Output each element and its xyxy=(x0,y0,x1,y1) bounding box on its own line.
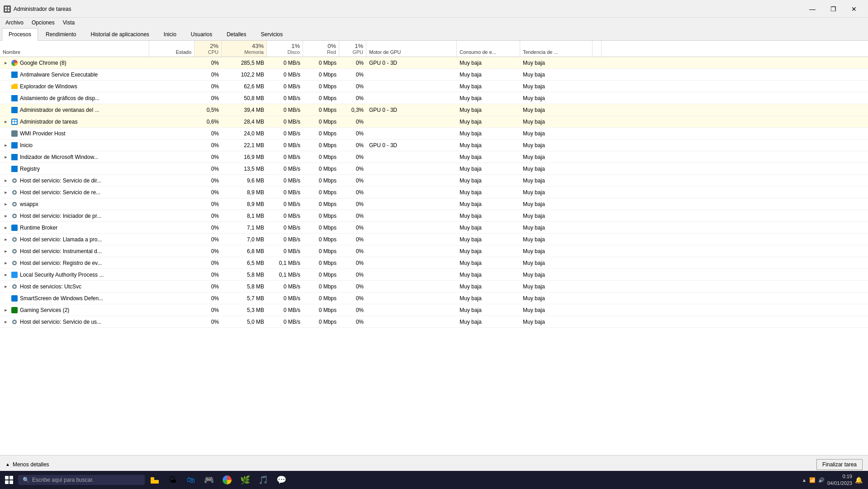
table-row[interactable]: ► Host del servicio: Servicio de dir... … xyxy=(0,175,868,187)
col-cpu[interactable]: 2% CPU xyxy=(194,41,222,57)
expand-arrow[interactable]: ► xyxy=(3,142,9,149)
table-row[interactable]: ► Gaming Services (2) 0% 5,3 MB 0 MB/s 0… xyxy=(0,304,868,316)
process-status xyxy=(149,120,194,123)
taskbar-app-weather[interactable]: 🌤 xyxy=(165,472,181,488)
expand-arrow[interactable]: ► xyxy=(3,201,9,207)
start-button[interactable] xyxy=(2,473,16,487)
process-tendencia: Muy baja xyxy=(520,294,593,303)
tab-inicio[interactable]: Inicio xyxy=(157,28,183,41)
finalizar-tarea-button[interactable]: Finalizar tarea xyxy=(816,459,863,470)
col-net-pct: 0% xyxy=(327,43,336,49)
table-row[interactable]: ► Host del servicio: Servicio de re... 0… xyxy=(0,187,868,198)
expand-arrow[interactable]: ► xyxy=(3,272,9,278)
process-name: wsappx xyxy=(20,201,38,207)
system-tray: ▲ 📶 🔊 0:19 04/01/2023 🔔 xyxy=(802,473,866,487)
process-gpu: 0% xyxy=(339,259,366,268)
expand-arrow[interactable]: ► xyxy=(3,236,9,243)
process-name-cell: WMI Provider Host xyxy=(0,129,149,139)
taskbar-app-chat[interactable]: 💬 xyxy=(273,472,289,488)
taskbar-app-xbox[interactable]: 🎮 xyxy=(201,472,217,488)
tab-servicios[interactable]: Servicios xyxy=(254,28,290,41)
col-consumo[interactable]: Consumo de e... xyxy=(457,41,520,57)
windows-logo-icon xyxy=(5,476,13,484)
col-gpu[interactable]: 1% GPU xyxy=(339,41,366,57)
process-cpu: 0% xyxy=(194,223,222,232)
table-row[interactable]: ► Google Chrome (8) 0% 285,5 MB 0 MB/s 0… xyxy=(0,57,868,69)
col-tendencia[interactable]: Tendencia de ... xyxy=(520,41,593,57)
expand-arrow[interactable]: ► xyxy=(3,177,9,184)
table-row[interactable]: ► Host del servicio: Registro de ev... 0… xyxy=(0,257,868,269)
expand-arrow[interactable]: ► xyxy=(3,283,9,290)
taskbar-search[interactable]: 🔍 Escribe aquí para buscar. xyxy=(18,475,145,485)
svg-point-19 xyxy=(14,285,16,288)
table-row[interactable]: ► Host del servicio: Llamada a pro... 0%… xyxy=(0,234,868,245)
menu-vista[interactable]: Vista xyxy=(59,19,78,27)
taskbar-app-green[interactable]: 🌿 xyxy=(237,472,253,488)
col-name[interactable]: Nombre xyxy=(0,41,149,57)
expand-arrow[interactable]: ► xyxy=(3,319,9,325)
table-row[interactable]: ► Host del servicio: Iniciador de pr... … xyxy=(0,210,868,222)
col-mem[interactable]: 43% Memoria xyxy=(222,41,267,57)
col-gpu-engine[interactable]: Motor de GPU xyxy=(366,41,457,57)
taskbar-app-chrome[interactable] xyxy=(219,472,235,488)
table-row[interactable]: ► Host del servicio: Instrumental d... 0… xyxy=(0,245,868,257)
menu-opciones[interactable]: Opciones xyxy=(28,19,58,27)
process-cpu: 0,5% xyxy=(194,105,222,115)
col-disk[interactable]: 1% Disco xyxy=(267,41,303,57)
tab-rendimiento[interactable]: Rendimiento xyxy=(39,28,83,41)
menos-detalles-button[interactable]: ▲ Menos detalles xyxy=(5,461,49,468)
expand-arrow[interactable]: ► xyxy=(3,119,9,125)
tab-procesos[interactable]: Procesos xyxy=(2,28,38,41)
close-button[interactable]: ✕ xyxy=(844,3,864,15)
expand-arrow[interactable]: ► xyxy=(3,260,9,266)
table-row[interactable]: Explorador de Windows 0% 62,6 MB 0 MB/s … xyxy=(0,81,868,92)
process-gpu-engine xyxy=(366,168,457,170)
expand-arrow[interactable]: ► xyxy=(3,248,9,254)
process-name: Host del servicio: Iniciador de pr... xyxy=(20,213,101,219)
process-gpu: 0% xyxy=(339,176,366,185)
table-row[interactable]: ► Host del servicio: Servicio de us... 0… xyxy=(0,316,868,328)
table-row[interactable]: Antimalware Service Executable 0% 102,2 … xyxy=(0,69,868,81)
expand-arrow[interactable]: ► xyxy=(3,225,9,231)
table-row[interactable]: ► Local Security Authority Process ... 0… xyxy=(0,269,868,281)
table-row[interactable]: ► Inicio 0% 22,1 MB 0 MB/s 0 Mbps 0% GPU… xyxy=(0,139,868,151)
table-row[interactable]: SmartScreen de Windows Defen... 0% 5,7 M… xyxy=(0,292,868,304)
col-status[interactable]: Estado xyxy=(149,41,194,57)
table-row[interactable]: Registry 0% 13,5 MB 0 MB/s 0 Mbps 0% Muy… xyxy=(0,163,868,175)
table-row[interactable]: ► Indizador de Microsoft Window... 0% 16… xyxy=(0,151,868,163)
tab-usuarios[interactable]: Usuarios xyxy=(184,28,219,41)
table-row[interactable]: Administrador de ventanas del ... 0,5% 3… xyxy=(0,104,868,116)
process-name-cell: ► Host de servicios: UtcSvc xyxy=(0,282,149,292)
taskbar-app-explorer[interactable] xyxy=(147,472,163,488)
col-gpu-engine-label: Motor de GPU xyxy=(369,49,401,55)
menu-archivo[interactable]: Archivo xyxy=(2,19,27,27)
maximize-button[interactable]: ❐ xyxy=(823,3,844,15)
table-row[interactable]: ► Host de servicios: UtcSvc 0% 5,8 MB 0 … xyxy=(0,281,868,292)
minimize-button[interactable]: — xyxy=(802,3,823,15)
tab-historial[interactable]: Historial de aplicaciones xyxy=(84,28,156,41)
table-row[interactable]: WMI Provider Host 0% 24,0 MB 0 MB/s 0 Mb… xyxy=(0,128,868,139)
process-spacer xyxy=(593,62,602,64)
process-name-cell: ► Host del servicio: Instrumental d... xyxy=(0,246,149,256)
process-disk: 0 MB/s xyxy=(267,70,303,79)
svg-point-7 xyxy=(14,191,16,193)
expand-arrow[interactable]: ► xyxy=(3,154,9,160)
expand-arrow[interactable]: ► xyxy=(3,307,9,313)
tray-chevron-icon[interactable]: ▲ xyxy=(802,478,806,483)
process-spacer xyxy=(593,285,602,288)
table-row[interactable]: ► Administrador de tareas 0,6% 28,4 MB 0… xyxy=(0,116,868,128)
table-row[interactable]: ► Runtime Broker 0% 7,1 MB 0 MB/s 0 Mbps… xyxy=(0,222,868,234)
process-gpu: 0% xyxy=(339,94,366,103)
col-net[interactable]: 0% Red xyxy=(303,41,339,57)
tray-clock[interactable]: 0:19 04/01/2023 xyxy=(827,473,852,487)
taskbar-app-spotify[interactable]: 🎵 xyxy=(255,472,271,488)
expand-arrow[interactable]: ► xyxy=(3,60,9,66)
expand-arrow[interactable]: ► xyxy=(3,213,9,219)
expand-arrow[interactable]: ► xyxy=(3,189,9,196)
tab-detalles[interactable]: Detalles xyxy=(220,28,253,41)
process-spacer xyxy=(593,321,602,323)
table-row[interactable]: Aislamiento de gráficos de disp... 0% 50… xyxy=(0,92,868,104)
taskbar-app-store[interactable]: 🛍 xyxy=(183,472,199,488)
notification-icon[interactable]: 🔔 xyxy=(855,476,863,484)
table-row[interactable]: ► wsappx 0% 8,9 MB 0 MB/s 0 Mbps 0% Muy … xyxy=(0,198,868,210)
